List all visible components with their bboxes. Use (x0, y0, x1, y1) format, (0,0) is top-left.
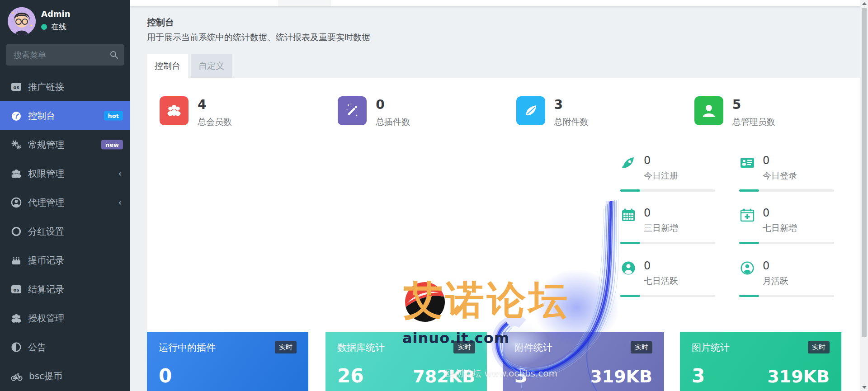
mini-stat-7day-active: 0 七日活跃 (620, 260, 715, 287)
sidebar-item-label: bsc提币 (29, 370, 62, 382)
svg-text:os: os (14, 287, 19, 292)
mini-stat-7day-new: 0 七日新增 (739, 207, 834, 234)
card-title: 运行中的插件 (159, 341, 216, 354)
stat-total-admins: 5 总管理员数 (682, 96, 860, 128)
mini-stat-label: 七日活跃 (644, 275, 678, 287)
card-value: 3 (514, 365, 528, 387)
magic-wand-icon (338, 96, 367, 125)
scroll-up-arrow-icon[interactable] (862, 2, 867, 5)
card-size: 319KB (590, 367, 652, 386)
sidebar-item-label: 权限管理 (28, 168, 64, 180)
id-card-icon (739, 155, 755, 171)
user-ring-icon (739, 260, 755, 276)
stat-label: 总插件数 (376, 116, 410, 128)
sidebar-menu: os 推广链接 控制台 hot (0, 72, 130, 391)
progress-bar (620, 295, 715, 297)
stat-value: 0 (376, 98, 410, 112)
card-size: 782KB (413, 367, 475, 386)
stat-value: 5 (732, 98, 775, 112)
sidebar-item-label: 分红设置 (28, 226, 64, 238)
users-group-icon (10, 312, 22, 324)
mini-stat-value: 0 (763, 260, 788, 272)
calendar-icon (620, 207, 637, 223)
scrollbar-thumb[interactable] (862, 8, 867, 337)
leaf-icon (516, 96, 545, 125)
svg-text:os: os (14, 85, 19, 90)
sidebar-item-bsc-withdraw[interactable]: bsc提币 (0, 362, 130, 391)
search-input[interactable] (6, 44, 124, 66)
admin-dashboard: ✦ ✦ Admin 在线 os 推广链接 (0, 0, 868, 391)
card-value: 26 (337, 365, 363, 387)
sidebar-item-general[interactable]: 常规管理 new (0, 130, 130, 159)
card-database-stats: 数据库统计 实时 26 782KB (326, 332, 487, 391)
stat-total-attachments: 3 总附件数 (504, 96, 682, 128)
osi-icon: os (10, 283, 22, 295)
mini-stat-value: 0 (644, 155, 678, 166)
tab-custom[interactable]: 自定义 (191, 54, 232, 78)
new-badge: new (101, 140, 123, 150)
scroll-down-arrow-icon[interactable] (862, 386, 867, 389)
realtime-badge: 实时 (453, 341, 475, 353)
gears-icon (10, 139, 22, 151)
user-solid-circle-icon (620, 260, 637, 276)
dashboard-panel: 4 总会员数 (147, 78, 860, 391)
sidebar-item-promo-links[interactable]: os 推广链接 (0, 72, 130, 101)
mini-stat-label: 七日新增 (763, 222, 797, 234)
realtime-badge: 实时 (808, 341, 830, 353)
main-area: 控制台 用于展示当前系统中的统计数据、统计报表及重要实时数据 控制台 自定义 (130, 0, 860, 391)
chevron-left-icon: ‹ (118, 169, 122, 179)
progress-bar (620, 242, 715, 244)
progress-bar (620, 189, 715, 192)
sidebar-item-permissions[interactable]: 权限管理 ‹ (0, 159, 130, 188)
card-value: 3 (692, 365, 705, 387)
sidebar-item-announcement[interactable]: 公告 (0, 333, 130, 362)
group-icon (160, 96, 189, 125)
scrollbar[interactable] (860, 0, 868, 391)
users-group-icon (10, 168, 22, 179)
mini-stat-label: 三日新增 (644, 222, 678, 234)
search-icon[interactable] (109, 50, 118, 59)
top-nav-tab[interactable] (278, 0, 331, 6)
sidebar-item-label: 结算记录 (28, 283, 64, 296)
card-title: 图片统计 (692, 341, 730, 354)
page-title: 控制台 (147, 16, 174, 28)
sidebar-item-agents[interactable]: 代理管理 ‹ (0, 188, 130, 217)
sidebar-item-label: 代理管理 (28, 197, 64, 209)
tab-dashboard[interactable]: 控制台 (147, 54, 188, 78)
sidebar-item-authorization[interactable]: 授权管理 (0, 304, 130, 333)
progress-bar (739, 242, 834, 244)
svg-text:✦: ✦ (29, 24, 33, 28)
realtime-badge: 实时 (275, 341, 297, 353)
sidebar-item-withdraw-records[interactable]: 提币记录 (0, 246, 130, 275)
online-dot-icon (41, 24, 47, 30)
stat-label: 总附件数 (554, 116, 589, 128)
mini-stat-value: 0 (763, 155, 797, 166)
birthday-cake-icon (10, 254, 22, 266)
chevron-left-icon: ‹ (118, 198, 122, 207)
mini-stat-value: 0 (644, 207, 678, 219)
avatar[interactable]: ✦ ✦ (8, 7, 36, 35)
progress-bar (739, 295, 834, 297)
sidebar-item-label: 控制台 (28, 110, 55, 122)
realtime-badge: 实时 (631, 341, 652, 353)
sidebar-item-dashboard[interactable]: 控制台 hot (0, 101, 130, 130)
gauge-icon (10, 110, 22, 122)
card-image-stats: 图片统计 实时 3 319KB (680, 332, 841, 391)
card-value: 0 (159, 365, 172, 387)
progress-bar (739, 189, 834, 192)
mini-stat-label: 今日登录 (763, 170, 797, 182)
panel-tabs: 控制台 自定义 (147, 54, 232, 78)
osi-icon: os (10, 81, 22, 93)
sidebar: ✦ ✦ Admin 在线 os 推广链接 (0, 0, 130, 391)
mini-stat-label: 今日注册 (644, 170, 678, 182)
mini-stat-month-active: 0 月活跃 (739, 260, 834, 287)
mini-stat-3day-new: 0 三日新增 (620, 207, 715, 234)
mini-stat-value: 0 (763, 207, 797, 219)
stat-total-members: 4 总会员数 (147, 96, 325, 128)
sidebar-item-dividend[interactable]: 分红设置 (0, 217, 130, 246)
sidebar-item-label: 公告 (28, 341, 46, 353)
sidebar-item-settlement-records[interactable]: os 结算记录 (0, 275, 130, 304)
mini-stat-today-login: 0 今日登录 (739, 155, 834, 182)
hot-badge: hot (104, 111, 123, 121)
sidebar-item-label: 提币记录 (28, 254, 64, 267)
